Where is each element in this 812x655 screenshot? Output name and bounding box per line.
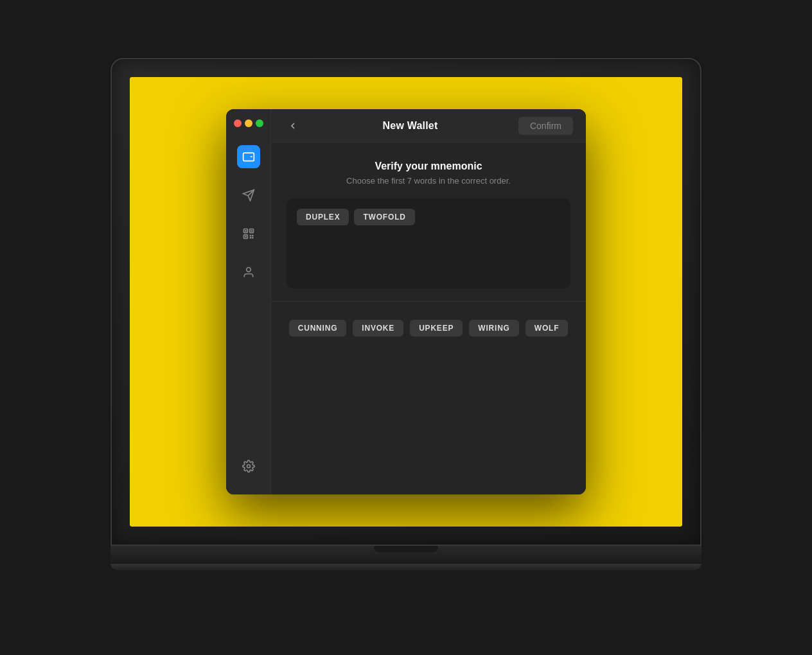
- sidebar-item-send[interactable]: [237, 184, 260, 207]
- instruction-section: Verify your mnemonic Choose the first 7 …: [287, 161, 570, 186]
- laptop: New Wallet Confirm Verify your mnemonic …: [110, 58, 702, 597]
- sidebar-item-settings[interactable]: [237, 455, 260, 478]
- back-arrow-icon: [288, 121, 298, 131]
- svg-rect-9: [249, 235, 251, 237]
- sidebar-bottom: [237, 455, 260, 484]
- selected-word-2[interactable]: TWOFOLD: [354, 209, 414, 225]
- traffic-light-yellow[interactable]: [245, 119, 252, 127]
- svg-rect-11: [249, 237, 251, 239]
- instruction-title: Verify your mnemonic: [287, 161, 570, 172]
- word-option-wiring[interactable]: WIRING: [469, 320, 518, 336]
- back-button[interactable]: [284, 117, 302, 135]
- selected-word-1[interactable]: DUPLEX: [297, 209, 349, 225]
- sidebar-item-qr[interactable]: [237, 222, 260, 245]
- traffic-light-red[interactable]: [234, 119, 242, 127]
- confirm-button[interactable]: Confirm: [518, 117, 573, 135]
- svg-rect-8: [245, 236, 247, 238]
- send-icon: [242, 189, 255, 202]
- word-option-cunning[interactable]: CUNNING: [289, 320, 347, 336]
- qr-icon: [242, 227, 255, 240]
- main-content: New Wallet Confirm Verify your mnemonic …: [271, 109, 586, 494]
- screen-bezel: New Wallet Confirm Verify your mnemonic …: [110, 58, 702, 546]
- traffic-lights: [226, 119, 263, 127]
- scene: New Wallet Confirm Verify your mnemonic …: [91, 51, 721, 604]
- header: New Wallet Confirm: [271, 109, 586, 143]
- selected-words-area: DUPLEX TWOFOLD: [287, 198, 570, 288]
- laptop-foot: [110, 564, 702, 570]
- svg-rect-10: [252, 235, 254, 237]
- svg-rect-12: [252, 237, 254, 239]
- sidebar: [226, 109, 271, 494]
- svg-point-14: [247, 465, 250, 468]
- settings-icon: [242, 460, 255, 473]
- word-option-wolf[interactable]: WOLF: [525, 320, 569, 336]
- svg-rect-6: [251, 230, 252, 232]
- divider: [271, 301, 586, 302]
- word-option-upkeep[interactable]: UPKEEP: [410, 320, 463, 336]
- sidebar-item-contact[interactable]: [237, 261, 260, 284]
- page-title: New Wallet: [383, 120, 438, 132]
- traffic-light-green[interactable]: [256, 119, 263, 127]
- contact-icon: [242, 266, 255, 279]
- sidebar-icons: [237, 145, 260, 455]
- svg-point-13: [246, 268, 251, 272]
- svg-rect-0: [243, 153, 254, 161]
- wallet-icon: [242, 150, 255, 163]
- word-option-invoke[interactable]: INVOKE: [353, 320, 403, 336]
- laptop-base: [110, 546, 702, 564]
- available-words: CUNNING INVOKE UPKEEP WIRING WOLF: [287, 315, 570, 342]
- app-window: New Wallet Confirm Verify your mnemonic …: [226, 109, 586, 494]
- sidebar-item-wallet[interactable]: [237, 145, 260, 168]
- instruction-subtitle: Choose the first 7 words in the correct …: [287, 176, 570, 186]
- svg-rect-4: [245, 230, 247, 232]
- body-content: Verify your mnemonic Choose the first 7 …: [271, 143, 586, 494]
- laptop-notch: [374, 546, 438, 552]
- screen-inner: New Wallet Confirm Verify your mnemonic …: [130, 77, 682, 527]
